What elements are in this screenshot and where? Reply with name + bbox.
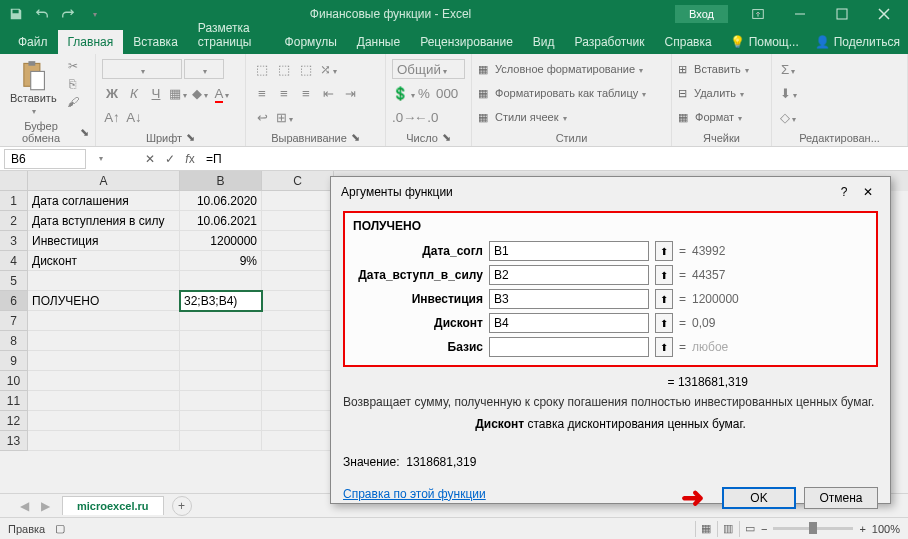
cell[interactable] (262, 211, 334, 231)
cut-icon[interactable]: ✂ (65, 58, 81, 74)
row-header[interactable]: 9 (0, 351, 28, 371)
view-layout-icon[interactable]: ▥ (717, 521, 739, 537)
bold-button[interactable]: Ж (102, 83, 122, 103)
format-as-table-button[interactable]: ▦ Форматировать как таблицу (478, 82, 665, 104)
redo-icon[interactable] (56, 2, 80, 26)
dialog-launcher-icon[interactable]: ⬊ (80, 126, 89, 139)
enter-formula-icon[interactable]: ✓ (160, 149, 180, 169)
sheet-tab[interactable]: microexcel.ru (62, 496, 164, 515)
cell[interactable] (28, 311, 180, 331)
fill-color-button[interactable]: ◆ (190, 83, 210, 103)
save-icon[interactable] (4, 2, 28, 26)
cell[interactable] (180, 431, 262, 451)
fill-icon[interactable]: ⬇ (778, 83, 798, 103)
cell[interactable] (180, 311, 262, 331)
arg-input[interactable] (489, 289, 649, 309)
dialog-launcher-icon[interactable]: ⬊ (186, 131, 195, 144)
tab-file[interactable]: Файл (8, 30, 58, 54)
autosum-icon[interactable]: Σ (778, 59, 798, 79)
tab-home[interactable]: Главная (58, 30, 124, 54)
cell[interactable] (28, 351, 180, 371)
name-box[interactable] (4, 149, 86, 169)
merge-icon[interactable]: ⊞ (274, 107, 294, 127)
row-header[interactable]: 3 (0, 231, 28, 251)
decrease-decimal-icon[interactable]: ←.0 (414, 107, 434, 127)
wrap-text-icon[interactable]: ↩ (252, 107, 272, 127)
dialog-launcher-icon[interactable]: ⬊ (351, 131, 360, 144)
dialog-close-icon[interactable]: ✕ (856, 180, 880, 204)
cell[interactable]: 9% (180, 251, 262, 271)
percent-icon[interactable]: % (414, 83, 434, 103)
row-header[interactable]: 8 (0, 331, 28, 351)
cell[interactable] (28, 271, 180, 291)
function-help-link[interactable]: Справка по этой функции (343, 487, 486, 501)
zoom-out-icon[interactable]: − (761, 523, 767, 535)
row-header[interactable]: 6 (0, 291, 28, 311)
increase-font-icon[interactable]: A↑ (102, 107, 122, 127)
cell[interactable]: Инвестиция (28, 231, 180, 251)
font-color-button[interactable]: А (212, 83, 232, 103)
sheet-nav-next-icon[interactable]: ▶ (41, 499, 50, 513)
tab-formulas[interactable]: Формулы (275, 30, 347, 54)
cell[interactable] (262, 331, 334, 351)
insert-cells-button[interactable]: ⊞ Вставить (678, 58, 765, 80)
number-format-select[interactable]: Общий (392, 59, 465, 79)
arg-input[interactable] (489, 337, 649, 357)
cell[interactable] (180, 351, 262, 371)
cell[interactable] (180, 391, 262, 411)
row-header[interactable]: 2 (0, 211, 28, 231)
cell[interactable]: 1200000 (180, 231, 262, 251)
align-top-icon[interactable]: ⬚ (252, 59, 272, 79)
clear-icon[interactable]: ◇ (778, 107, 798, 127)
ribbon-options-icon[interactable] (738, 0, 778, 28)
cell[interactable]: Дата соглашения (28, 191, 180, 211)
cell[interactable]: 10.06.2020 (180, 191, 262, 211)
align-right-icon[interactable]: ≡ (296, 83, 316, 103)
underline-button[interactable]: Ч (146, 83, 166, 103)
cell[interactable] (262, 431, 334, 451)
increase-decimal-icon[interactable]: .0→ (392, 107, 412, 127)
row-header[interactable]: 5 (0, 271, 28, 291)
cell[interactable] (262, 191, 334, 211)
cell[interactable]: 32;B3;B4) (180, 291, 262, 311)
align-middle-icon[interactable]: ⬚ (274, 59, 294, 79)
dialog-launcher-icon[interactable]: ⬊ (442, 131, 451, 144)
tab-insert[interactable]: Вставка (123, 30, 188, 54)
orientation-icon[interactable]: ⤮ (318, 59, 338, 79)
font-select[interactable] (102, 59, 182, 79)
accounting-icon[interactable]: 💲 (392, 83, 412, 103)
qat-customize-icon[interactable] (82, 2, 106, 26)
tell-me[interactable]: 💡Помощ... (722, 30, 807, 54)
cell-styles-button[interactable]: ▦ Стили ячеек (478, 106, 665, 128)
cell[interactable] (28, 371, 180, 391)
cell[interactable] (180, 331, 262, 351)
cell[interactable] (28, 391, 180, 411)
cell[interactable] (180, 371, 262, 391)
cell[interactable] (28, 331, 180, 351)
range-selector-icon[interactable]: ⬆ (655, 289, 673, 309)
tab-data[interactable]: Данные (347, 30, 410, 54)
cell[interactable] (262, 351, 334, 371)
select-all-corner[interactable] (0, 171, 28, 191)
cell[interactable] (262, 311, 334, 331)
cell[interactable] (180, 411, 262, 431)
row-header[interactable]: 10 (0, 371, 28, 391)
view-pagebreak-icon[interactable]: ▭ (739, 521, 761, 537)
fx-icon[interactable]: fx (180, 149, 200, 169)
delete-cells-button[interactable]: ⊟ Удалить (678, 82, 765, 104)
cell[interactable]: Дата вступления в силу (28, 211, 180, 231)
cancel-button[interactable]: Отмена (804, 487, 878, 509)
macro-record-icon[interactable]: ▢ (55, 522, 65, 535)
col-header[interactable]: C (262, 171, 334, 191)
arg-input[interactable] (489, 265, 649, 285)
cell[interactable] (28, 431, 180, 451)
zoom-in-icon[interactable]: + (859, 523, 865, 535)
undo-icon[interactable] (30, 2, 54, 26)
zoom-slider[interactable] (773, 527, 853, 530)
decrease-font-icon[interactable]: A↓ (124, 107, 144, 127)
range-selector-icon[interactable]: ⬆ (655, 241, 673, 261)
indent-inc-icon[interactable]: ⇥ (340, 83, 360, 103)
cell[interactable]: Дисконт (28, 251, 180, 271)
range-selector-icon[interactable]: ⬆ (655, 337, 673, 357)
share-button[interactable]: 👤Поделиться (807, 30, 908, 54)
